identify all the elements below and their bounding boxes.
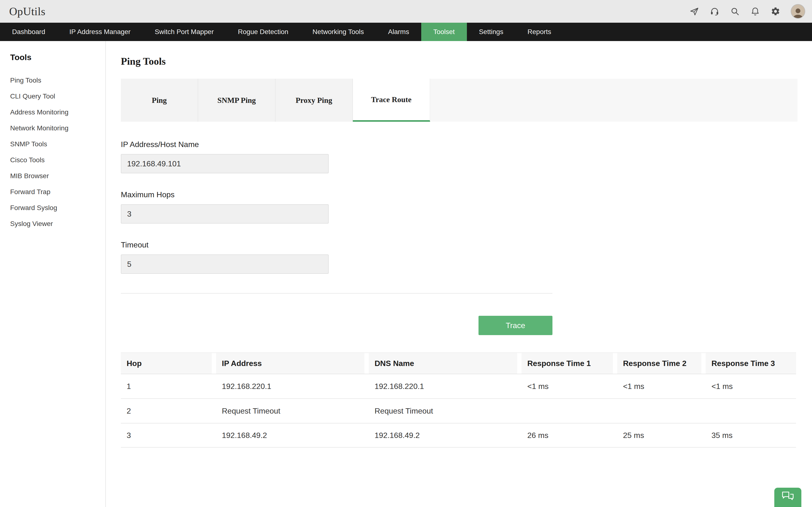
cell-ip-address: 192.168.220.1 bbox=[216, 374, 369, 398]
field-input[interactable] bbox=[121, 154, 329, 173]
main-content: Ping Tools Ping SNMP Ping Proxy Ping bbox=[106, 41, 812, 507]
field-label: Timeout bbox=[121, 240, 798, 249]
table-header-row: Hop IP Address DNS Name Response Time 1 … bbox=[121, 352, 796, 374]
cell-dns-name: Request Timeout bbox=[369, 398, 521, 423]
trace-route-form: IP Address/Host Name Maximum Hops Timeou… bbox=[121, 140, 798, 274]
sidebar-heading: Tools bbox=[10, 53, 105, 62]
tab[interactable]: Trace Route bbox=[353, 79, 430, 122]
sidebar-item[interactable]: Network Monitoring bbox=[10, 124, 105, 132]
form-divider bbox=[121, 293, 552, 294]
sidebar: Tools Ping Tools CLI Query Tool Address … bbox=[0, 41, 106, 507]
sidebar-item[interactable]: Cisco Tools bbox=[10, 156, 105, 164]
bell-icon[interactable] bbox=[750, 6, 760, 16]
form-field: Timeout bbox=[121, 240, 798, 274]
button-row: Trace bbox=[121, 316, 552, 335]
nav-item[interactable]: Switch Port Mapper bbox=[143, 23, 226, 41]
main-nav: Dashboard IP Address Manager Switch Port… bbox=[0, 23, 812, 41]
topbar-icons bbox=[689, 4, 805, 18]
column-header[interactable]: IP Address bbox=[216, 352, 369, 374]
search-icon[interactable] bbox=[730, 6, 740, 16]
sidebar-item[interactable]: Ping Tools bbox=[10, 76, 105, 84]
cell-response-time-1: <1 ms bbox=[521, 374, 617, 398]
table-row: 3 192.168.49.2 192.168.49.2 26 ms 25 ms … bbox=[121, 423, 796, 448]
field-label: Maximum Hops bbox=[121, 190, 798, 199]
nav-item[interactable]: Rogue Detection bbox=[226, 23, 301, 41]
table-row: 2 Request Timeout Request Timeout bbox=[121, 398, 796, 423]
cell-hop: 1 bbox=[121, 374, 216, 398]
nav-item[interactable]: Reports bbox=[515, 23, 563, 41]
nav-item[interactable]: IP Address Manager bbox=[57, 23, 143, 41]
cell-dns-name: 192.168.49.2 bbox=[369, 423, 521, 448]
sidebar-item[interactable]: Forward Trap bbox=[10, 188, 105, 196]
cell-dns-name: 192.168.220.1 bbox=[369, 374, 521, 398]
rocket-icon[interactable] bbox=[689, 6, 699, 16]
tabstrip: Ping SNMP Ping Proxy Ping Trace Route bbox=[121, 79, 798, 122]
column-header[interactable]: Response Time 3 bbox=[706, 352, 796, 374]
app-logo: OpUtils bbox=[9, 5, 45, 18]
sidebar-item[interactable]: SNMP Tools bbox=[10, 140, 105, 148]
cell-response-time-3: <1 ms bbox=[706, 374, 796, 398]
field-label: IP Address/Host Name bbox=[121, 140, 798, 149]
sidebar-item[interactable]: Forward Syslog bbox=[10, 204, 105, 212]
column-header[interactable]: DNS Name bbox=[369, 352, 521, 374]
oputils-app: OpUtils Dashboard IP bbox=[0, 0, 812, 507]
tab[interactable]: Proxy Ping bbox=[275, 79, 353, 122]
nav-item[interactable]: Alarms bbox=[376, 23, 421, 41]
sidebar-item[interactable]: Syslog Viewer bbox=[10, 220, 105, 228]
headset-icon[interactable] bbox=[710, 6, 720, 16]
cell-response-time-2: 25 ms bbox=[617, 423, 706, 448]
results-table: Hop IP Address DNS Name Response Time 1 … bbox=[121, 352, 796, 448]
column-header[interactable]: Response Time 1 bbox=[521, 352, 617, 374]
content-row: Tools Ping Tools CLI Query Tool Address … bbox=[0, 41, 812, 507]
sidebar-item[interactable]: CLI Query Tool bbox=[10, 93, 105, 100]
gear-icon[interactable] bbox=[770, 6, 780, 16]
nav-item[interactable]: Settings bbox=[467, 23, 515, 41]
chat-button[interactable] bbox=[774, 488, 801, 507]
tab-label: Trace Route bbox=[371, 95, 411, 104]
tab-label: Proxy Ping bbox=[296, 96, 332, 105]
table-row: 1 192.168.220.1 192.168.220.1 <1 ms <1 m… bbox=[121, 374, 796, 398]
nav-item[interactable]: Toolset bbox=[421, 23, 467, 41]
column-header[interactable]: Hop bbox=[121, 352, 216, 374]
nav-item[interactable]: Networking Tools bbox=[300, 23, 376, 41]
field-input[interactable] bbox=[121, 255, 329, 274]
user-avatar[interactable] bbox=[791, 4, 805, 18]
nav-item[interactable]: Dashboard bbox=[0, 23, 57, 41]
cell-response-time-3 bbox=[706, 398, 796, 423]
table-body: 1 192.168.220.1 192.168.220.1 <1 ms <1 m… bbox=[121, 374, 796, 448]
cell-response-time-1 bbox=[521, 398, 617, 423]
cell-response-time-3: 35 ms bbox=[706, 423, 796, 448]
cell-response-time-2: <1 ms bbox=[617, 374, 706, 398]
chat-icon bbox=[781, 491, 794, 504]
form-field: IP Address/Host Name bbox=[121, 140, 798, 173]
sidebar-list: Ping Tools CLI Query Tool Address Monito… bbox=[10, 76, 105, 228]
cell-hop: 3 bbox=[121, 423, 216, 448]
cell-response-time-1: 26 ms bbox=[521, 423, 617, 448]
trace-button[interactable]: Trace bbox=[478, 316, 552, 335]
cell-ip-address: Request Timeout bbox=[216, 398, 369, 423]
topbar: OpUtils bbox=[0, 0, 812, 23]
tab-label: SNMP Ping bbox=[217, 96, 256, 105]
sidebar-item[interactable]: Address Monitoring bbox=[10, 108, 105, 116]
tab[interactable]: Ping bbox=[121, 79, 198, 122]
sidebar-item[interactable]: MIB Browser bbox=[10, 172, 105, 180]
cell-ip-address: 192.168.49.2 bbox=[216, 423, 369, 448]
page-title: Ping Tools bbox=[121, 56, 798, 67]
field-input[interactable] bbox=[121, 204, 329, 224]
tab[interactable]: SNMP Ping bbox=[198, 79, 275, 122]
cell-response-time-2 bbox=[617, 398, 706, 423]
column-header[interactable]: Response Time 2 bbox=[617, 352, 706, 374]
tab-label: Ping bbox=[152, 96, 167, 105]
form-field: Maximum Hops bbox=[121, 190, 798, 224]
cell-hop: 2 bbox=[121, 398, 216, 423]
